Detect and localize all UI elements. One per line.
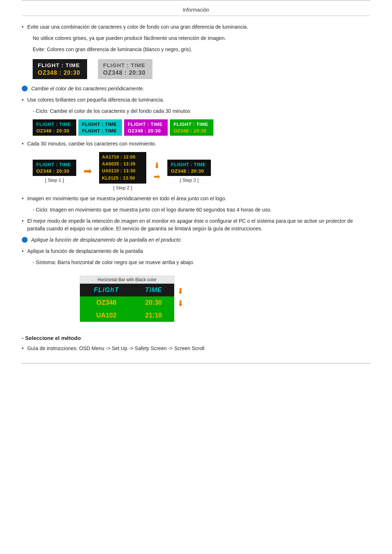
header-title: Información	[183, 7, 209, 13]
blue-bullet-2: Aplique la función de desplazamiento de …	[22, 236, 370, 244]
section-heading: - Seleccione el método	[22, 335, 370, 341]
bullet-item-6: • Aplique la función de desplazamiento d…	[22, 247, 370, 255]
flight-value-gray: OZ348 : 20:30	[103, 70, 147, 76]
arrow-1: ➡	[83, 165, 92, 177]
hbar-row1-right: 20:30	[133, 296, 174, 309]
flight-box-dark: FLIGHT : TIME OZ348 : 20:30	[33, 59, 87, 79]
indent-text-4: - Síntoma: Barra horizontal de color neg…	[33, 259, 194, 265]
indent-text-1: No utilice colores grises, ya que pueden…	[33, 35, 226, 41]
indent-text-3: - Ciclo: Imagen en movimiento que se mue…	[33, 207, 271, 213]
blue-circle-1	[22, 86, 28, 91]
method-bullet-item: • Guía de instrucciones: OSD Menu -> Set…	[22, 345, 370, 352]
flight-displays-row: FLIGHT : TIME OZ348 : 20:30 FLIGHT : TIM…	[33, 59, 370, 79]
indent-block-cycle: - Ciclo: Cambie el color de los caracter…	[33, 107, 370, 115]
step1-label: FLIGHT : TIME	[36, 162, 73, 167]
step1-value: OZ348 : 20:30	[36, 168, 73, 174]
hbar-title: Horizontal Bar with Black color	[80, 276, 174, 284]
bullet-dot-1: •	[22, 24, 24, 30]
bullet-item-2: • Use colores brillantes con pequeña dif…	[22, 96, 370, 104]
bullet-text-6: Aplique la función de desplazamiento de …	[27, 247, 370, 255]
cycle-box-4-value: OZ348 : 20:30	[173, 128, 210, 134]
bullet-item-1: • Evite usar una combinación de caracter…	[22, 23, 370, 31]
step2-line3: UA0110 : 13:30	[102, 168, 143, 175]
step2-line1: AA1710 : 12:00	[102, 154, 143, 161]
blue-bullet-text-1: Cambie el color de los caracteres periód…	[31, 85, 144, 93]
indent-block-3: - Ciclo: Imagen en movimiento que se mue…	[33, 206, 370, 214]
method-bullet-text: Guía de instrucciones: OSD Menu -> Set U…	[27, 345, 370, 352]
page-header: Información	[22, 3, 370, 16]
cycle-box-1-value: OZ348 : 20:30	[36, 128, 73, 134]
step1-box: FLIGHT : TIME OZ348 : 20:30	[33, 160, 76, 176]
step1-caption: [ Step 1 ]	[45, 177, 64, 183]
bullet-dot-6: •	[22, 248, 24, 254]
indent-text-2: Evite: Colores con gran diferencia de lu…	[33, 46, 192, 52]
cycle-box-2-value: FLIGHT : TIME	[82, 128, 118, 134]
hbar-data-row2: UA102 21:10	[80, 309, 174, 322]
step2-box: AA1710 : 12:00 AA0025 : 13:35 UA0110 : 1…	[99, 152, 146, 184]
step-3-item: FLIGHT : TIME OZ348 : 20:30 [ Step 3 ]	[167, 160, 211, 183]
bullet-dot-2: •	[22, 97, 24, 103]
cycle-box-3-label: FLIGHT : TIME	[128, 122, 164, 127]
bullet-item-5: • El mejor modo de impedir la retención …	[22, 217, 370, 233]
hbar-row2-right: 21:10	[133, 309, 174, 322]
method-bullet-dot: •	[22, 345, 24, 351]
arrow-down-icon: ⬇	[154, 161, 160, 171]
hbar-table: FLiGhT TiME OZ348 20:30 UA102 21:10	[80, 284, 174, 322]
flight-value-dark: OZ348 : 20:30	[38, 70, 82, 76]
bullet-dot-5: •	[22, 218, 24, 224]
flight-label-gray: FLIGHT : TIME	[103, 62, 147, 68]
cycle-box-3: FLIGHT : TIME OZ348 : 20:30	[124, 119, 168, 136]
indent-block-2: Evite: Colores con gran diferencia de lu…	[33, 46, 370, 53]
flight-label-dark: FLIGHT : TIME	[38, 62, 82, 68]
cycle-box-4-label: FLIGHT : TIME	[173, 122, 210, 127]
bullet-item-3: • Cada 30 minutos, cambie los caracteres…	[22, 140, 370, 148]
hbar-arrow-down-1: ⬇	[177, 287, 184, 296]
hbar-header-right: TiME	[133, 284, 174, 296]
step3-caption: [ Step 3 ]	[180, 177, 199, 183]
indent-block-4: - Síntoma: Barra horizontal de color neg…	[33, 259, 370, 266]
flight-box-gray: FLIGHT : TIME OZ348 : 20:30	[98, 59, 152, 79]
cycle-box-1: FLIGHT : TIME OZ348 : 20:30	[33, 119, 76, 136]
step3-value: OZ348 : 20:30	[171, 168, 207, 174]
arrow-right-2-icon: ➡	[154, 172, 160, 181]
bullet-text-4: Imagen en movimiento que se muestra peri…	[27, 195, 370, 202]
step2-caption: [ Step 2 ]	[113, 185, 132, 190]
step-2-item: AA1710 : 12:00 AA0025 : 13:35 UA0110 : 1…	[99, 152, 146, 190]
step-row: FLIGHT : TIME OZ348 : 20:30 [ Step 1 ] ➡…	[33, 152, 370, 190]
hbar-arrows: ⬇ ⬇	[177, 287, 184, 308]
bullet-dot-3: •	[22, 141, 24, 147]
step2-line2: AA0025 : 13:35	[102, 161, 143, 168]
hbar-row2-left: UA102	[80, 309, 133, 322]
hbar-row1-left: OZ348	[80, 296, 133, 309]
hbar-box: Horizontal Bar with Black color FLiGhT T…	[80, 276, 174, 322]
arrow-2: ⬇ ➡	[154, 161, 160, 181]
cycle-box-2: FLIGHT : TIME FLIGHT : TIME	[78, 119, 122, 136]
hbar-section: Horizontal Bar with Black color FLiGhT T…	[80, 276, 184, 322]
cycle-boxes-row: FLIGHT : TIME OZ348 : 20:30 FLIGHT : TIM…	[33, 119, 370, 136]
step3-label: FLIGHT : TIME	[171, 162, 207, 167]
bullet-text-1: Evite usar una combinación de caracteres…	[27, 23, 370, 31]
cycle-box-1-label: FLIGHT : TIME	[36, 122, 73, 127]
indent-text-cycle: - Ciclo: Cambie el color de los caracter…	[33, 108, 190, 114]
bullet-text-2: Use colores brillantes con pequeña difer…	[27, 96, 370, 104]
bullet-dot-4: •	[22, 196, 24, 201]
cycle-box-4: FLIGHT : TIME OZ348 : 20:30	[170, 119, 213, 136]
hbar-header-row: FLiGhT TiME	[80, 284, 174, 296]
blue-bullet-text-2: Aplique la función de desplazamiento de …	[31, 236, 181, 244]
step3-box: FLIGHT : TIME OZ348 : 20:30	[167, 160, 211, 176]
hbar-arrow-down-2: ⬇	[177, 299, 184, 308]
bullet-item-4: • Imagen en movimiento que se muestra pe…	[22, 195, 370, 202]
blue-bullet-1: Cambie el color de los caracteres periód…	[22, 85, 370, 93]
step-1-item: FLIGHT : TIME OZ348 : 20:30 [ Step 1 ]	[33, 160, 76, 183]
hbar-header-left: FLiGhT	[80, 284, 133, 296]
cycle-box-3-value: OZ348 : 20:30	[128, 128, 164, 134]
blue-circle-2	[22, 237, 28, 243]
indent-block-1: No utilice colores grises, ya que pueden…	[33, 34, 370, 42]
step2-line4: KL0125 : 13:50	[102, 175, 143, 182]
arrow-right-icon: ➡	[83, 165, 92, 177]
bullet-text-3: Cada 30 minutos, cambie los caracteres c…	[27, 140, 370, 148]
hbar-with-arrow: Horizontal Bar with Black color FLiGhT T…	[80, 276, 184, 322]
hbar-data-row1: OZ348 20:30	[80, 296, 174, 309]
cycle-box-2-label: FLIGHT : TIME	[82, 122, 118, 127]
bullet-text-5: El mejor modo de impedir la retención de…	[27, 217, 370, 233]
